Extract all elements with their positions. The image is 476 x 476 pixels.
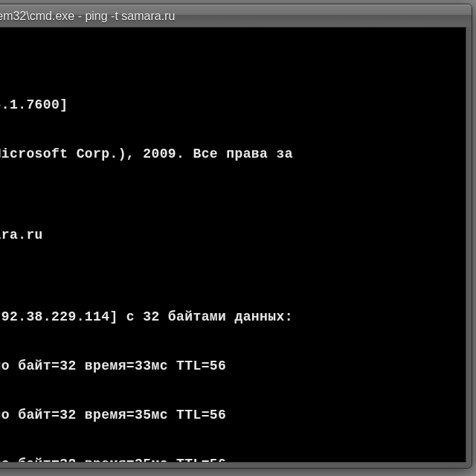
terminal-line: mara.ru [92.38.229.114] с 32 байтами дан… <box>0 309 464 326</box>
terminal-line: рософт (Microsoft Corp.), 2009. Все прав… <box>0 147 464 163</box>
terminal-frame: Version 6.1.7600] рософт (Microsoft Corp… <box>0 27 466 463</box>
terminal-line: 114: число байт=32 время=35мс TTL=56 <box>0 457 464 462</box>
terminal-line: g -t samara.ru <box>0 228 464 244</box>
terminal-line: 114: число байт=32 время=33мс TTL=56 <box>0 358 464 375</box>
titlebar[interactable]: dows\system32\cmd.exe - ping -t samara.r… <box>0 4 472 27</box>
window-title: dows\system32\cmd.exe - ping -t samara.r… <box>0 10 175 23</box>
terminal-line: 114: число байт=32 время=35мс TTL=56 <box>0 408 464 424</box>
terminal-line: Version 6.1.7600] <box>0 97 464 114</box>
cmd-window: dows\system32\cmd.exe - ping -t samara.r… <box>0 4 472 469</box>
terminal-output[interactable]: Version 6.1.7600] рософт (Microsoft Corp… <box>0 28 466 462</box>
